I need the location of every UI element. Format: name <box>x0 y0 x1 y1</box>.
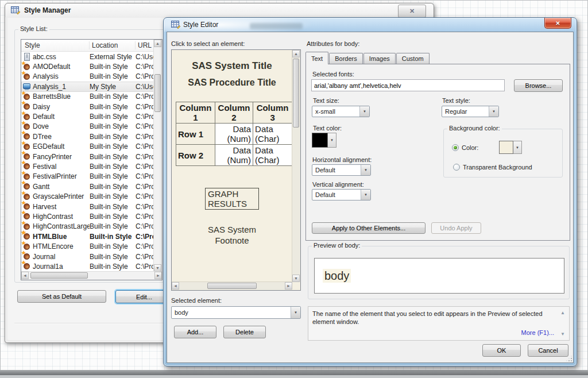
preview-horizontal-scrollbar[interactable]: ◄ ► <box>172 281 292 290</box>
resize-grip[interactable] <box>566 356 572 361</box>
scroll-right-icon[interactable]: ► <box>154 272 162 279</box>
preview-column-header[interactable]: Column 3 <box>253 102 292 124</box>
selected-element-label: Selected element: <box>171 297 222 304</box>
style-list-row[interactable]: BarrettsBlue Built-in Style C:\Progr <box>21 92 154 102</box>
style-list-row[interactable]: DTree Built-in Style C:\Progr <box>21 132 154 141</box>
preview-row-header[interactable]: Row 2 <box>176 145 215 166</box>
tab-images[interactable]: Images <box>363 53 396 64</box>
preview-column-header[interactable]: Column 2 <box>215 102 253 124</box>
column-header-location[interactable]: Location <box>89 41 135 49</box>
scroll-left-icon[interactable]: ◄ <box>172 282 179 290</box>
style-list-row[interactable]: Harvest Built-in Style C:\Progr <box>21 202 154 211</box>
column-header-style[interactable]: Style <box>21 41 89 49</box>
style-list-row[interactable]: Default Built-in Style C:\Progr <box>21 111 154 121</box>
style-list-horizontal-scrollbar[interactable]: ◄ ► <box>21 271 162 280</box>
tab-text[interactable]: Text <box>305 52 328 64</box>
transparent-background-label[interactable]: Transparent Background <box>463 164 532 171</box>
style-editor-titlebar[interactable]: Style Editor <box>164 18 577 32</box>
cancel-button[interactable]: Cancel <box>528 344 568 357</box>
scroll-left-icon[interactable]: ◄ <box>21 272 29 279</box>
style-list-row[interactable]: HTMLEncore Built-in Style C:\Progr <box>21 241 154 251</box>
style-list-row[interactable]: FancyPrinter Built-in Style C:\Progr <box>21 152 154 161</box>
style-list-row[interactable]: GrayscalePrinter Built-in Style C:\Progr <box>21 191 154 201</box>
chevron-down-icon[interactable]: ▼ <box>513 141 522 154</box>
preview-row-header[interactable]: Row 1 <box>176 124 215 145</box>
style-list-row[interactable]: Analysis_1 My Style C:\Users <box>21 82 154 91</box>
scroll-up-icon[interactable]: ▲ <box>292 50 300 57</box>
chevron-down-icon[interactable]: ▼ <box>328 133 336 148</box>
apply-to-other-elements-button[interactable]: Apply to Other Elements... <box>312 222 425 234</box>
color-radio[interactable] <box>452 144 459 151</box>
builtin-style-icon <box>23 163 30 170</box>
graph-results-box[interactable]: GRAPH RESULTS <box>205 188 259 210</box>
style-list-header: Style Location URL <box>21 40 162 52</box>
text-color-picker[interactable]: ▼ <box>312 133 336 148</box>
preview-table[interactable]: Column 1 Column 2 Column 3 Row 1 Data (N… <box>176 102 292 166</box>
element-preview-content[interactable]: SAS System Title SAS Procedure Title Col… <box>172 50 292 282</box>
style-list-row[interactable]: HTMLBlue Built-in Style C:\Prog <box>21 232 154 241</box>
preview-vertical-scrollbar[interactable]: ▲ ▼ <box>292 50 300 282</box>
text-color-swatch[interactable] <box>312 133 328 148</box>
scroll-down-icon[interactable]: ▼ <box>292 275 300 282</box>
preview-column-header[interactable]: Column 1 <box>176 102 215 124</box>
style-manager-close-button[interactable]: ✕ <box>398 5 426 18</box>
horizontal-scroll-thumb[interactable] <box>207 283 257 289</box>
add-button[interactable]: Add... <box>174 326 216 338</box>
undo-apply-button[interactable]: Undo Apply <box>431 222 481 234</box>
scroll-down-icon[interactable]: ▼ <box>560 331 565 337</box>
selected-fonts-input[interactable] <box>311 79 505 91</box>
ok-button[interactable]: OK <box>482 344 521 357</box>
preview-data-cell[interactable]: Data (Num) <box>215 145 253 166</box>
workspace-bottom-strip <box>0 375 588 378</box>
text-size-dropdown[interactable]: x-small ▼ <box>312 106 370 117</box>
builtin-style-icon <box>23 133 30 140</box>
builtin-style-icon <box>23 233 30 240</box>
style-list-row[interactable]: Dove Built-in Style C:\Progr <box>21 122 154 132</box>
sas-procedure-title[interactable]: SAS Procedure Title <box>172 78 292 88</box>
tab-borders[interactable]: Borders <box>329 53 363 64</box>
background-color-swatch[interactable] <box>499 141 513 154</box>
style-list-vertical-scrollbar[interactable]: ▲ ▼ <box>153 40 162 272</box>
selected-element-dropdown[interactable]: body ▼ <box>171 306 301 319</box>
sas-system-title[interactable]: SAS System Title <box>172 60 292 72</box>
more-help-link[interactable]: More (F1)... <box>521 329 554 336</box>
horizontal-scroll-thumb[interactable] <box>30 272 88 279</box>
style-list-row[interactable]: Journal Built-in Style C:\Progr <box>21 252 154 261</box>
scroll-up-icon[interactable]: ▲ <box>154 40 161 47</box>
color-radio-label[interactable]: Color: <box>462 144 478 151</box>
vertical-alignment-dropdown[interactable]: Default ▼ <box>312 189 371 200</box>
style-list-row[interactable]: Daisy Built-in Style C:\Progr <box>21 102 154 111</box>
style-list-row[interactable]: abc.css External Style C:\Users <box>21 52 154 61</box>
set-as-default-button[interactable]: Set as Default <box>17 290 106 303</box>
style-list-row[interactable]: Festival Built-in Style C:\Progr <box>21 161 154 171</box>
style-list-row[interactable]: Gantt Built-in Style C:\Progr <box>21 182 154 191</box>
browse-button[interactable]: Browse... <box>514 79 563 92</box>
style-list-row[interactable]: AMODefault Built-in Style C:\Progr <box>21 61 154 71</box>
horizontal-alignment-dropdown[interactable]: Default ▼ <box>312 164 371 176</box>
preview-data-cell[interactable]: Data (Char) <box>253 145 292 166</box>
vertical-scroll-thumb[interactable] <box>154 74 161 112</box>
element-preview[interactable]: SAS System Title SAS Procedure Title Col… <box>171 49 301 291</box>
style-list-row[interactable]: FestivalPrinter Built-in Style C:\Progr <box>21 172 154 182</box>
sas-system-footnote[interactable]: SAS System Footnote <box>195 225 269 246</box>
style-list-row[interactable]: EGDefault Built-in Style C:\Progr <box>21 142 154 152</box>
style-list-row[interactable]: HighContrastLarge Built-in Style C:\Prog… <box>21 222 154 232</box>
scroll-right-icon[interactable]: ► <box>285 282 292 290</box>
tab-custom[interactable]: Custom <box>396 53 430 64</box>
style-manager-titlebar[interactable]: Style Manager <box>5 3 434 17</box>
delete-button[interactable]: Delete <box>223 326 266 338</box>
style-list-row[interactable]: Analysis Built-in Style C:\Progr <box>21 72 154 82</box>
vertical-scroll-thumb[interactable] <box>293 59 299 128</box>
style-editor-close-button[interactable]: ✕ <box>544 18 571 29</box>
scroll-up-icon[interactable]: ▲ <box>560 310 565 315</box>
style-list-row[interactable]: Journal1a Built-in Style C:\Progr <box>21 261 154 271</box>
style-list-row[interactable]: HighContrast Built-in Style C:\Progr <box>21 211 154 221</box>
builtin-style-icon <box>23 213 30 220</box>
preview-data-cell[interactable]: Data (Char) <box>253 124 292 145</box>
preview-data-cell[interactable]: Data (Num) <box>215 124 253 145</box>
transparent-background-radio[interactable] <box>453 164 460 171</box>
text-color-label: Text color: <box>313 125 342 132</box>
text-style-dropdown[interactable]: Regular ▼ <box>442 106 499 117</box>
builtin-style-icon <box>23 193 30 200</box>
background-color-picker[interactable]: ▼ <box>499 141 522 154</box>
